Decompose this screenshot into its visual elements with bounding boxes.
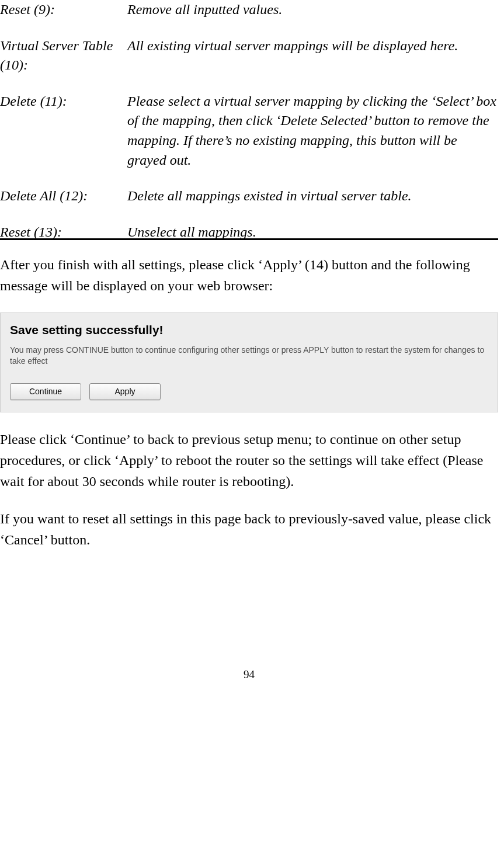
definition-row: Virtual Server Table (10): All existing … (0, 36, 498, 75)
body-paragraph: After you finish with all settings, plea… (0, 254, 498, 296)
term-label: Delete (11): (0, 92, 127, 170)
apply-button[interactable]: Apply (89, 383, 161, 401)
definition-row: Reset (13): Unselect all mappings. (0, 223, 498, 242)
definition-row: Reset (9): Remove all inputted values. (0, 0, 498, 20)
body-paragraph: Please click ‘Continue’ to back to previ… (0, 429, 498, 492)
continue-button[interactable]: Continue (10, 383, 81, 401)
dialog-text: You may press CONTINUE button to continu… (10, 345, 488, 367)
term-desc: Delete all mappings existed in virtual s… (127, 186, 498, 206)
save-dialog: Save setting successfully! You may press… (0, 313, 498, 412)
dialog-title: Save setting successfully! (10, 321, 488, 338)
term-desc: Remove all inputted values. (127, 0, 498, 20)
term-label: Virtual Server Table (10): (0, 36, 127, 75)
page-number: 94 (0, 667, 498, 683)
definition-row: Delete All (12): Delete all mappings exi… (0, 186, 498, 206)
dialog-button-row: Continue Apply (10, 383, 488, 401)
term-label: Reset (9): (0, 0, 127, 20)
term-label: Delete All (12): (0, 186, 127, 206)
body-paragraph: If you want to reset all settings in thi… (0, 508, 498, 550)
term-desc: Please select a virtual server mapping b… (127, 92, 498, 170)
term-label: Reset (13): (0, 223, 127, 242)
term-desc: All existing virtual server mappings wil… (127, 36, 498, 75)
definition-row: Delete (11): Please select a virtual ser… (0, 92, 498, 170)
term-desc: Unselect all mappings. (127, 223, 498, 242)
